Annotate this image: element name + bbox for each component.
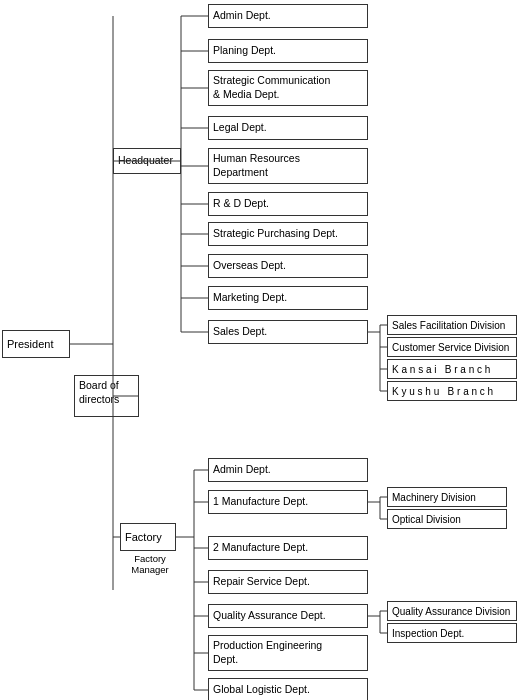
factory-box: Factory xyxy=(120,523,176,551)
f-mfg1-box: 1 Manufacture Dept. xyxy=(208,490,368,514)
sales-fac-box: Sales Facilitation Division xyxy=(387,315,517,335)
hr-dept-box: Human ResourcesDepartment xyxy=(208,148,368,184)
qa-div-box: Quality Assurance Division xyxy=(387,601,517,621)
admin-dept-box: Admin Dept. xyxy=(208,4,368,28)
f-qa-box: Quality Assurance Dept. xyxy=(208,604,368,628)
headquater-box: Headquater xyxy=(113,148,181,174)
overseas-dept-box: Overseas Dept. xyxy=(208,254,368,278)
kyushu-box: K y u s h u B r a n c h xyxy=(387,381,517,401)
f-admin-box: Admin Dept. xyxy=(208,458,368,482)
board-box: Board of directors xyxy=(74,375,139,417)
f-mfg2-box: 2 Manufacture Dept. xyxy=(208,536,368,560)
board-label: Board of directors xyxy=(79,379,119,406)
org-chart: President Headquater Board of directors … xyxy=(0,0,521,700)
kansai-box: K a n s a i B r a n c h xyxy=(387,359,517,379)
factory-manager-label: FactoryManager xyxy=(120,553,180,576)
president-box: President xyxy=(2,330,70,358)
strat-purch-box: Strategic Purchasing Dept. xyxy=(208,222,368,246)
planing-dept-box: Planing Dept. xyxy=(208,39,368,63)
headquater-label: Headquater xyxy=(118,154,173,168)
f-repair-box: Repair Service Dept. xyxy=(208,570,368,594)
marketing-dept-box: Marketing Dept. xyxy=(208,286,368,310)
cust-svc-box: Customer Service Division xyxy=(387,337,517,357)
rd-dept-box: R & D Dept. xyxy=(208,192,368,216)
optical-box: Optical Division xyxy=(387,509,507,529)
f-global-box: Global Logistic Dept. xyxy=(208,678,368,700)
strat-comm-box: Strategic Communication& Media Dept. xyxy=(208,70,368,106)
machinery-box: Machinery Division xyxy=(387,487,507,507)
president-label: President xyxy=(7,337,53,351)
legal-dept-box: Legal Dept. xyxy=(208,116,368,140)
f-prod-eng-box: Production EngineeringDept. xyxy=(208,635,368,671)
sales-dept-box: Sales Dept. xyxy=(208,320,368,344)
factory-label: Factory xyxy=(125,530,162,544)
inspection-box: Inspection Dept. xyxy=(387,623,517,643)
